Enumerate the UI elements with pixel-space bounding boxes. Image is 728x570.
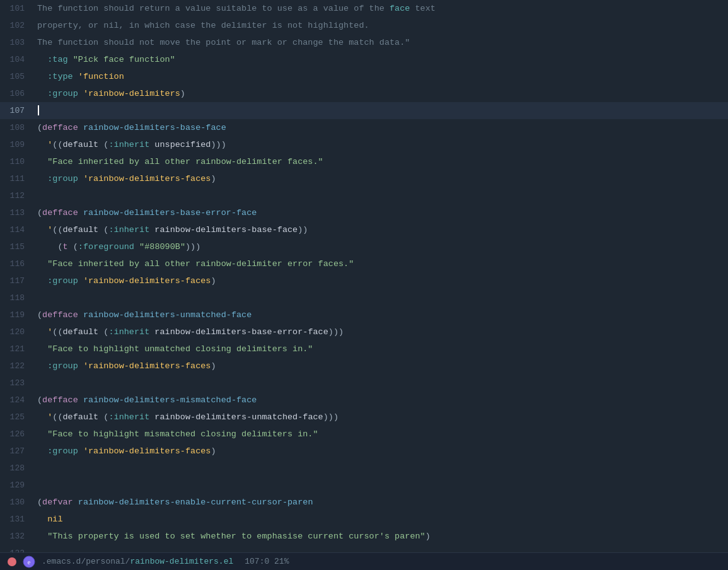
code-line: 111 :group 'rainbow-delimiters-faces)	[0, 170, 728, 187]
line-number: 105	[0, 68, 35, 85]
svg-text:e: e	[28, 559, 31, 566]
line-number: 131	[0, 511, 35, 528]
line-number: 104	[0, 51, 35, 68]
line-number: 113	[0, 204, 35, 221]
line-content: nil	[35, 511, 728, 528]
line-number: 114	[0, 221, 35, 238]
line-number: 109	[0, 136, 35, 153]
code-line: 113(defface rainbow-delimiters-base-erro…	[0, 204, 728, 221]
line-number: 124	[0, 392, 35, 409]
line-number: 133	[0, 545, 35, 552]
code-line: 110 "Face inherited by all other rainbow…	[0, 153, 728, 170]
emacs-icon: e	[23, 555, 35, 568]
line-content: "Face to highlight mismatched closing de…	[35, 426, 728, 443]
line-content: '((default (:inherit rainbow-delimiters-…	[35, 409, 728, 426]
line-number: 122	[0, 358, 35, 375]
line-content: (defface rainbow-delimiters-base-face	[35, 119, 728, 136]
line-content: '((default (:inherit unspecified)))	[35, 136, 728, 153]
code-line: 124(defface rainbow-delimiters-mismatche…	[0, 392, 728, 409]
code-line: 115 (t (:foreground "#88090B")))	[0, 238, 728, 255]
code-line: 106 :group 'rainbow-delimiters)	[0, 85, 728, 102]
line-content: "This property is used to set whether to…	[35, 528, 728, 545]
code-line: 108(defface rainbow-delimiters-base-face	[0, 119, 728, 136]
code-line: 102property, or nil, in which case the d…	[0, 17, 728, 34]
code-line: 112	[0, 187, 728, 204]
status-path: .emacs.d/personal/rainbow-delimiters.el	[42, 557, 233, 566]
line-number: 103	[0, 34, 35, 51]
line-content: The function should not move the point o…	[35, 34, 728, 51]
line-content: :type 'function	[35, 68, 728, 85]
line-content: :group 'rainbow-delimiters)	[35, 85, 728, 102]
line-number: 107	[0, 102, 35, 119]
code-line: 122 :group 'rainbow-delimiters-faces)	[0, 358, 728, 375]
line-number: 112	[0, 187, 35, 204]
line-content: (defvar rainbow-delimiters-enable-curren…	[35, 494, 728, 511]
line-number: 128	[0, 460, 35, 477]
code-line: 101The function should return a value su…	[0, 0, 728, 17]
code-line: 121 "Face to highlight unmatched closing…	[0, 340, 728, 358]
line-number: 129	[0, 477, 35, 494]
line-content: (defface rainbow-delimiters-base-error-f…	[35, 204, 728, 221]
code-line: 114 '((default (:inherit rainbow-delimit…	[0, 221, 728, 238]
line-content: (defface rainbow-delimiters-mismatched-f…	[35, 392, 728, 409]
code-line: 104 :tag "Pick face function"	[0, 51, 728, 68]
line-number: 120	[0, 323, 35, 340]
code-line: 118	[0, 289, 728, 306]
line-number: 127	[0, 443, 35, 460]
code-line: 109 '((default (:inherit unspecified)))	[0, 136, 728, 153]
code-line: 126 "Face to highlight mismatched closin…	[0, 426, 728, 443]
code-line: 103The function should not move the poin…	[0, 34, 728, 51]
line-content: :group 'rainbow-delimiters-faces)	[35, 272, 728, 289]
line-content: :group 'rainbow-delimiters-faces)	[35, 443, 728, 460]
line-number: 117	[0, 272, 35, 289]
code-line: 129	[0, 477, 728, 494]
line-number: 116	[0, 255, 35, 272]
status-dot	[8, 557, 16, 566]
line-number: 108	[0, 119, 35, 136]
line-content: "Face inherited by all other rainbow-del…	[35, 153, 728, 170]
code-line: 123	[0, 375, 728, 392]
line-number: 102	[0, 17, 35, 34]
code-line: 119(defface rainbow-delimiters-unmatched…	[0, 306, 728, 323]
code-line: 130(defvar rainbow-delimiters-enable-cur…	[0, 494, 728, 511]
line-content: (t (:foreground "#88090B")))	[35, 238, 728, 255]
line-content: :group 'rainbow-delimiters-faces)	[35, 170, 728, 187]
line-number: 110	[0, 153, 35, 170]
line-number: 115	[0, 238, 35, 255]
code-line: 131 nil	[0, 511, 728, 528]
code-line: 132 "This property is used to set whethe…	[0, 528, 728, 545]
code-line: 105 :type 'function	[0, 68, 728, 85]
line-number: 123	[0, 375, 35, 392]
line-number: 106	[0, 85, 35, 102]
line-content: property, or nil, in which case the deli…	[35, 17, 728, 34]
code-lines: 101The function should return a value su…	[0, 0, 728, 552]
line-content: :group 'rainbow-delimiters-faces)	[35, 358, 728, 375]
line-number: 126	[0, 426, 35, 443]
editor: 101The function should return a value su…	[0, 0, 728, 570]
line-number: 101	[0, 0, 35, 17]
code-line: 128	[0, 460, 728, 477]
code-line: 107	[0, 102, 728, 119]
code-line: 133	[0, 545, 728, 552]
code-line: 127 :group 'rainbow-delimiters-faces)	[0, 443, 728, 460]
line-number: 125	[0, 409, 35, 426]
cursor	[38, 105, 39, 115]
line-number: 132	[0, 528, 35, 545]
line-content: '((default (:inherit rainbow-delimiters-…	[35, 221, 728, 238]
code-line: 116 "Face inherited by all other rainbow…	[0, 255, 728, 272]
line-content: (defface rainbow-delimiters-unmatched-fa…	[35, 306, 728, 323]
line-number: 130	[0, 494, 35, 511]
line-content: '((default (:inherit rainbow-delimiters-…	[35, 323, 728, 340]
line-number: 118	[0, 289, 35, 306]
line-number: 119	[0, 306, 35, 323]
code-line: 120 '((default (:inherit rainbow-delimit…	[0, 323, 728, 340]
line-number: 111	[0, 170, 35, 187]
code-area[interactable]: 101The function should return a value su…	[0, 0, 728, 552]
line-content: "Face to highlight unmatched closing del…	[35, 340, 728, 358]
line-content	[35, 102, 728, 119]
line-content: "Face inherited by all other rainbow-del…	[35, 255, 728, 272]
status-position: 107:0 21%	[245, 557, 289, 566]
line-number: 121	[0, 340, 35, 358]
status-bar: e .emacs.d/personal/rainbow-delimiters.e…	[0, 552, 728, 570]
code-line: 117 :group 'rainbow-delimiters-faces)	[0, 272, 728, 289]
